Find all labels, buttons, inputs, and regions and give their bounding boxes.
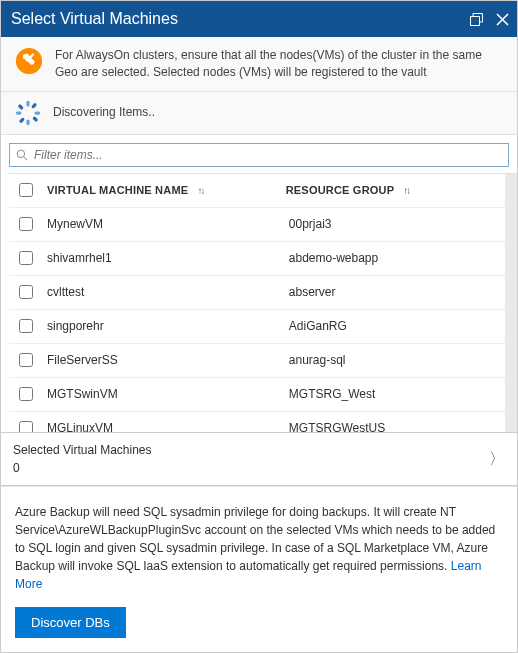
vm-name-cell: MGTSwinVM bbox=[43, 387, 285, 401]
footer-note-text: Azure Backup will need SQL sysadmin priv… bbox=[15, 505, 495, 573]
selected-summary[interactable]: Selected Virtual Machines 0 〉 bbox=[1, 432, 517, 486]
footer-note: Azure Backup will need SQL sysadmin priv… bbox=[15, 503, 503, 593]
resource-group-cell: anurag-sql bbox=[285, 353, 505, 367]
table-row[interactable]: MGTSwinVM MGTSRG_West bbox=[9, 378, 505, 412]
table-row[interactable]: cvlttest abserver bbox=[9, 276, 505, 310]
title-bar: Select Virtual Machines bbox=[1, 1, 517, 37]
table-row[interactable]: MynewVM 00prjai3 bbox=[9, 208, 505, 242]
vm-name-cell: shivamrhel1 bbox=[43, 251, 285, 265]
info-banner-text: For AlwaysOn clusters, ensure that all t… bbox=[55, 47, 503, 81]
footer: Azure Backup will need SQL sysadmin priv… bbox=[1, 486, 517, 652]
vm-table: ︿ VIRTUAL MACHINE NAME ↑↓ RESOURCE GROUP… bbox=[9, 173, 517, 432]
spinner-icon bbox=[15, 100, 41, 126]
svg-rect-3 bbox=[26, 119, 29, 125]
svg-rect-5 bbox=[35, 111, 41, 114]
svg-rect-6 bbox=[18, 103, 24, 109]
chevron-right-icon[interactable]: 〉 bbox=[489, 449, 505, 470]
filter-input[interactable] bbox=[34, 144, 508, 166]
column-header-resource-group[interactable]: RESOURCE GROUP ↑↓ bbox=[282, 184, 499, 196]
row-checkbox[interactable] bbox=[19, 353, 33, 367]
row-checkbox[interactable] bbox=[19, 387, 33, 401]
svg-rect-4 bbox=[16, 111, 22, 114]
vm-name-cell: MynewVM bbox=[43, 217, 285, 231]
svg-line-11 bbox=[24, 156, 27, 159]
row-checkbox[interactable] bbox=[19, 251, 33, 265]
svg-rect-8 bbox=[31, 102, 37, 108]
row-checkbox[interactable] bbox=[19, 285, 33, 299]
row-checkbox[interactable] bbox=[19, 217, 33, 231]
select-all-checkbox[interactable] bbox=[19, 183, 33, 197]
filter-container bbox=[9, 143, 509, 167]
restore-window-icon[interactable] bbox=[469, 12, 483, 26]
search-icon bbox=[16, 149, 28, 161]
column-header-name[interactable]: VIRTUAL MACHINE NAME ↑↓ bbox=[43, 184, 282, 196]
vm-name-cell: singporehr bbox=[43, 319, 285, 333]
svg-rect-0 bbox=[470, 16, 479, 25]
svg-rect-7 bbox=[32, 116, 38, 122]
resource-group-cell: MGTSRGWestUS bbox=[285, 421, 505, 432]
discover-dbs-button[interactable]: Discover DBs bbox=[15, 607, 126, 638]
svg-rect-2 bbox=[26, 100, 29, 106]
info-banner: For AlwaysOn clusters, ensure that all t… bbox=[1, 37, 517, 92]
discovering-banner: Discovering Items.. bbox=[1, 92, 517, 135]
svg-rect-9 bbox=[19, 117, 25, 123]
table-row[interactable]: shivamrhel1 abdemo-webapp bbox=[9, 242, 505, 276]
resource-group-cell: abdemo-webapp bbox=[285, 251, 505, 265]
column-header-rg-label: RESOURCE GROUP bbox=[286, 184, 394, 196]
resource-group-cell: 00prjai3 bbox=[285, 217, 505, 231]
resource-group-cell: abserver bbox=[285, 285, 505, 299]
sort-icon: ↑↓ bbox=[403, 185, 409, 196]
table-row[interactable]: MGLinuxVM MGTSRGWestUS bbox=[9, 412, 505, 432]
table-header: VIRTUAL MACHINE NAME ↑↓ RESOURCE GROUP ↑… bbox=[9, 174, 505, 208]
selected-count: 0 bbox=[13, 459, 152, 477]
scroll-up-icon[interactable]: ︿ bbox=[505, 173, 517, 174]
vm-name-cell: FileServerSS bbox=[43, 353, 285, 367]
resource-group-cell: AdiGanRG bbox=[285, 319, 505, 333]
discovering-text: Discovering Items.. bbox=[53, 104, 155, 121]
close-icon[interactable] bbox=[495, 12, 509, 26]
resource-group-cell: MGTSRG_West bbox=[285, 387, 505, 401]
row-checkbox[interactable] bbox=[19, 319, 33, 333]
table-row[interactable]: singporehr AdiGanRG bbox=[9, 310, 505, 344]
row-checkbox[interactable] bbox=[19, 421, 33, 432]
svg-point-10 bbox=[17, 150, 25, 158]
tools-icon bbox=[15, 47, 43, 75]
vm-name-cell: cvlttest bbox=[43, 285, 285, 299]
selected-label: Selected Virtual Machines bbox=[13, 441, 152, 459]
column-header-name-label: VIRTUAL MACHINE NAME bbox=[47, 184, 188, 196]
vm-name-cell: MGLinuxVM bbox=[43, 421, 285, 432]
table-row[interactable]: FileServerSS anurag-sql bbox=[9, 344, 505, 378]
sort-icon: ↑↓ bbox=[198, 185, 204, 196]
title-bar-text: Select Virtual Machines bbox=[11, 10, 469, 28]
